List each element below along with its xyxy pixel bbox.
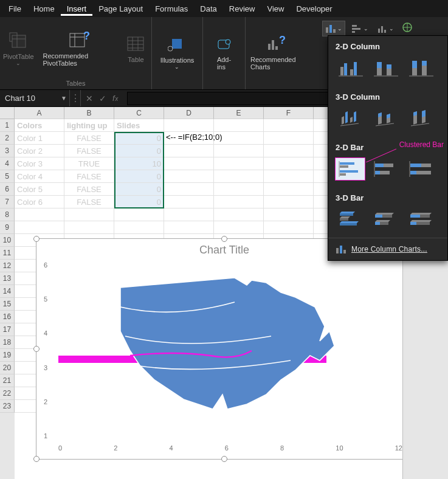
row-7[interactable]: 7: [0, 196, 15, 208]
cell-E1[interactable]: [214, 119, 264, 132]
name-box[interactable]: Chart 10 ▼: [0, 90, 70, 106]
menu-review[interactable]: Review: [223, 2, 261, 16]
menu-formulas[interactable]: Formulas: [149, 2, 194, 16]
cell-A3[interactable]: Color 2: [15, 145, 64, 157]
cell-B5[interactable]: FALSE: [64, 170, 114, 183]
cell-F4[interactable]: [264, 157, 314, 170]
cell-F2[interactable]: [264, 132, 314, 145]
cell-A8[interactable]: [15, 208, 64, 221]
row-14[interactable]: 14: [0, 285, 15, 298]
col-C[interactable]: C: [114, 107, 164, 119]
row-1[interactable]: 1: [0, 119, 15, 132]
fx-icon[interactable]: fx: [112, 94, 119, 103]
cell-C3[interactable]: 0: [114, 145, 164, 157]
row-18[interactable]: 18: [0, 336, 15, 349]
menu-file[interactable]: File: [2, 2, 27, 16]
cell-A4[interactable]: Color 3: [15, 157, 64, 170]
cell-D3[interactable]: [164, 145, 214, 157]
cell-D6[interactable]: [164, 183, 214, 196]
pct-stacked-bar-thumb[interactable]: [406, 158, 435, 180]
row-16[interactable]: 16: [0, 311, 15, 323]
col-D[interactable]: D: [164, 107, 214, 119]
map-split-button[interactable]: [400, 21, 415, 36]
menu-home[interactable]: Home: [27, 2, 61, 16]
cell-A7[interactable]: Color 6: [15, 196, 64, 208]
cell-F6[interactable]: [264, 183, 314, 196]
cell-C9[interactable]: [114, 221, 164, 234]
column-chart-split-button[interactable]: ⌄: [322, 21, 345, 36]
resize-handle-nw[interactable]: [33, 236, 40, 242]
resize-handle-w[interactable]: [33, 346, 40, 352]
chart-plot-area[interactable]: 654321 024681012: [58, 261, 402, 454]
col-B[interactable]: B: [64, 107, 114, 119]
row-19[interactable]: 19: [0, 349, 15, 362]
bar-chart-split-button[interactable]: ⌄: [349, 21, 371, 36]
row-22[interactable]: 22: [0, 387, 15, 400]
clustered-column-thumb[interactable]: [336, 57, 365, 79]
resize-handle-n[interactable]: [221, 236, 227, 242]
cell-C1[interactable]: Slides: [114, 119, 164, 132]
cell-C5[interactable]: 0: [114, 170, 164, 183]
pivottable-button[interactable]: PivotTable ⌄: [0, 27, 37, 69]
cell-E9[interactable]: [214, 221, 264, 234]
row-15[interactable]: 15: [0, 298, 15, 311]
cell-A2[interactable]: Color 1: [15, 132, 64, 145]
3d-stacked-bar-thumb[interactable]: [371, 208, 400, 230]
recommended-charts-button[interactable]: ? Recommended Charts: [246, 30, 305, 73]
3d-clustered-column-thumb[interactable]: [336, 108, 365, 129]
addins-button[interactable]: Add- ins: [206, 30, 243, 73]
cell-A6[interactable]: Color 5: [15, 183, 64, 196]
illustrations-button[interactable]: Illustrations⌄: [156, 31, 199, 72]
cell-F1[interactable]: [264, 119, 314, 132]
menu-data[interactable]: Data: [194, 2, 222, 16]
select-all-corner[interactable]: [0, 107, 15, 119]
table-button[interactable]: Table: [120, 30, 151, 66]
row-6[interactable]: 6: [0, 183, 15, 196]
col-A[interactable]: A: [15, 107, 64, 119]
row-8[interactable]: 8: [0, 208, 15, 221]
row-17[interactable]: 17: [0, 323, 15, 336]
cell-A9[interactable]: [15, 221, 64, 234]
menu-insert[interactable]: Insert: [61, 2, 93, 16]
accept-formula-button[interactable]: ✓: [99, 94, 106, 103]
row-13[interactable]: 13: [0, 272, 15, 285]
row-5[interactable]: 5: [0, 170, 15, 183]
cell-F5[interactable]: [264, 170, 314, 183]
resize-handle-sw[interactable]: [33, 456, 40, 462]
cell-B9[interactable]: [64, 221, 114, 234]
cell-D8[interactable]: [164, 208, 214, 221]
row-11[interactable]: 11: [0, 247, 15, 260]
row-21[interactable]: 21: [0, 374, 15, 387]
cell-E6[interactable]: [214, 183, 264, 196]
col-F[interactable]: F: [264, 107, 314, 119]
cell-C4[interactable]: 10: [114, 157, 164, 170]
row-23[interactable]: 23: [0, 400, 15, 413]
row-2[interactable]: 2: [0, 132, 15, 145]
cancel-formula-button[interactable]: ✕: [86, 94, 93, 103]
cell-C7[interactable]: 0: [114, 196, 164, 208]
menu-pagelayout[interactable]: Page Layout: [92, 2, 149, 16]
3d-clustered-bar-thumb[interactable]: [336, 208, 365, 230]
col-E[interactable]: E: [214, 107, 264, 119]
row-9[interactable]: 9: [0, 221, 15, 234]
cell-E4[interactable]: [214, 157, 264, 170]
combo-chart-split-button[interactable]: ⌄: [374, 21, 396, 36]
menu-developer[interactable]: Developer: [290, 2, 338, 16]
row-4[interactable]: 4: [0, 157, 15, 170]
menu-view[interactable]: View: [261, 2, 290, 16]
cell-D7[interactable]: [164, 196, 214, 208]
row-20[interactable]: 20: [0, 362, 15, 374]
cell-A5[interactable]: Color 4: [15, 170, 64, 183]
cell-F3[interactable]: [264, 145, 314, 157]
cell-A1[interactable]: Colors: [15, 119, 64, 132]
pct-stacked-column-thumb[interactable]: [406, 57, 435, 79]
row-12[interactable]: 12: [0, 260, 15, 272]
stacked-column-thumb[interactable]: [371, 57, 400, 79]
cell-D5[interactable]: [164, 170, 214, 183]
cell-F9[interactable]: [264, 221, 314, 234]
cell-C2[interactable]: 0: [114, 132, 164, 145]
cell-D4[interactable]: [164, 157, 214, 170]
cell-D1[interactable]: [164, 119, 214, 132]
cell-D9[interactable]: [164, 221, 214, 234]
row-3[interactable]: 3: [0, 145, 15, 157]
